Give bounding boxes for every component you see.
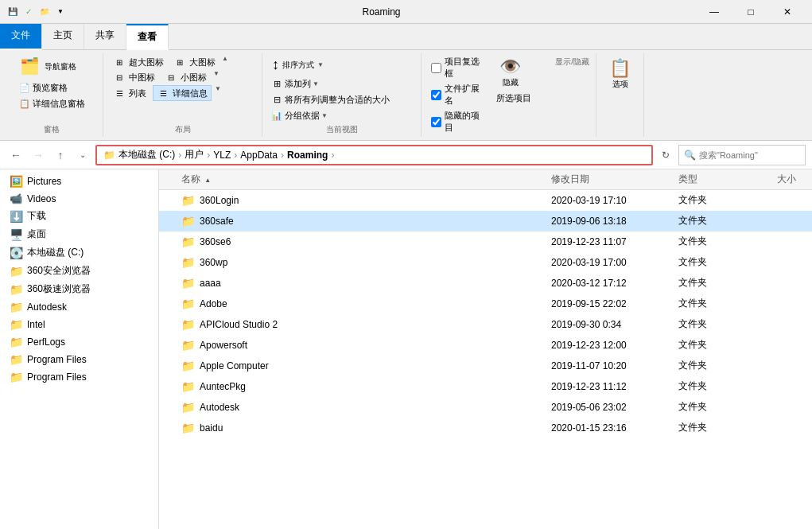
sidebar-item-360browser[interactable]: 📁 360安全浏览器 xyxy=(0,262,158,280)
sidebar-item-intel[interactable]: 📁 Intel xyxy=(0,316,158,333)
folder-icon-6: 📁 xyxy=(10,353,22,366)
folder-icon-360wp: 📁 xyxy=(181,256,195,269)
ribbon-group-layout: ⊞ 超大图标 ⊞ 大图标 ▲ ⊟ 中图标 ⊟ xyxy=(103,53,262,137)
quick-access-folder-icon[interactable]: 📁 xyxy=(38,6,51,18)
file-row-360safe[interactable]: 📁 360safe 2019-09-06 13:18 文件夹 xyxy=(159,211,812,231)
quick-access-dropdown[interactable]: ▼ xyxy=(54,6,67,18)
sep1: › xyxy=(178,150,181,161)
layout-scroll-down[interactable]: ▼ xyxy=(213,70,220,84)
item-checkbox-option: 项目复选框 xyxy=(428,55,488,80)
selected-items-button[interactable]: 所选项目 xyxy=(495,91,533,105)
column-type-header[interactable]: 类型 xyxy=(678,173,742,186)
quick-access-save-icon[interactable]: 💾 xyxy=(6,6,19,18)
title-bar: 💾 ✓ 📁 ▼ Roaming — □ ✕ xyxy=(0,0,812,24)
file-row-360login[interactable]: 📁 360Login 2020-03-19 17:10 文件夹 xyxy=(159,190,812,211)
layout-group-label: 布局 xyxy=(175,124,191,135)
file-row-360se6[interactable]: 📁 360se6 2019-12-23 11:07 文件夹 xyxy=(159,231,812,252)
sort-arrow-name: ▲ xyxy=(204,177,211,184)
sidebar-item-desktop[interactable]: 🖥️ 桌面 xyxy=(0,225,158,243)
add-column-button[interactable]: ⊞ 添加列 ▼ xyxy=(269,76,321,91)
file-date-360login: 2020-03-19 17:10 xyxy=(551,195,678,206)
ribbon-content: 🗂️ 导航窗格 📄 预览窗格 📋 详细信息窗格 窗格 ⊞ xyxy=(0,50,812,140)
file-date-apicloud: 2019-09-30 0:34 xyxy=(551,319,678,330)
fit-columns-button[interactable]: ⊟ 将所有列调整为合适的大小 xyxy=(269,92,391,107)
file-list-header: 名称 ▲ 修改日期 类型 大小 xyxy=(159,169,812,190)
breadcrumb-item-ylz[interactable]: YLZ xyxy=(213,150,231,161)
breadcrumb-item-drive[interactable]: 本地磁盘 (C:) xyxy=(118,148,175,161)
navigation-pane-button[interactable]: 🗂️ 导航窗格 xyxy=(17,55,80,79)
extra-large-icons-btn[interactable]: ⊞ 超大图标 xyxy=(110,55,167,69)
extra-large-icon: ⊞ xyxy=(113,56,126,68)
ribbon-group-options: 📋 选项 xyxy=(596,53,644,137)
navigation-bar: ← → ↑ ⌄ 📁 本地磁盘 (C:) › 用户 › YLZ › AppData… xyxy=(0,141,812,169)
column-date-header[interactable]: 修改日期 xyxy=(551,173,678,186)
maximize-button[interactable]: □ xyxy=(732,0,769,24)
folder-icon-autodesk-files: 📁 xyxy=(181,401,195,414)
folder-icon-adobe: 📁 xyxy=(181,298,195,310)
medium-icons-btn[interactable]: ⊟ 中图标 xyxy=(110,70,158,84)
file-row-baidu[interactable]: 📁 baidu 2020-01-15 23:16 文件夹 xyxy=(159,418,812,438)
sidebar-item-downloads[interactable]: ⬇️ 下载 xyxy=(0,207,158,225)
tab-home[interactable]: 主页 xyxy=(42,24,84,49)
sidebar-item-program-files-1[interactable]: 📁 Program Files xyxy=(0,351,158,368)
sidebar-item-perflogs[interactable]: 📁 PerfLogs xyxy=(0,333,158,351)
details-pane-button[interactable]: 📋 详细信息窗格 xyxy=(17,96,87,111)
hidden-items-input[interactable] xyxy=(431,117,441,127)
file-row-apple-computer[interactable]: 📁 Apple Computer 2019-11-07 10:20 文件夹 xyxy=(159,356,812,376)
pictures-icon: 🖼️ xyxy=(10,175,22,188)
file-row-360wp[interactable]: 📁 360wp 2020-03-19 17:00 文件夹 xyxy=(159,252,812,273)
folder-icon-360se6: 📁 xyxy=(181,235,195,248)
hide-button[interactable]: 👁️ 隐藏 xyxy=(495,55,526,90)
breadcrumb-item-roaming[interactable]: Roaming xyxy=(287,150,328,161)
preview-pane-button[interactable]: 📄 预览窗格 xyxy=(17,80,69,95)
file-row-adobe[interactable]: 📁 Adobe 2019-09-15 22:02 文件夹 xyxy=(159,294,812,314)
back-button[interactable]: ← xyxy=(6,146,25,165)
item-checkbox-input[interactable] xyxy=(431,63,441,73)
sidebar-item-pictures[interactable]: 🖼️ Pictures xyxy=(0,173,158,190)
folder-icon-2: 📁 xyxy=(10,283,22,296)
breadcrumb-item-appdata[interactable]: AppData xyxy=(240,150,278,161)
sidebar-item-program-files-2[interactable]: 📁 Program Files xyxy=(0,368,158,386)
details-view-btn[interactable]: ☰ 详细信息 xyxy=(153,85,212,101)
recent-locations-button[interactable]: ⌄ xyxy=(73,146,92,165)
file-name-360safe: 360safe xyxy=(200,216,234,227)
layout-expand[interactable]: ▼ xyxy=(215,85,221,101)
refresh-button[interactable]: ↻ xyxy=(656,146,675,165)
file-row-apicloud[interactable]: 📁 APICloud Studio 2 2019-09-30 0:34 文件夹 xyxy=(159,314,812,335)
breadcrumb-item-users[interactable]: 用户 xyxy=(185,148,204,161)
sidebar-item-videos[interactable]: 📹 Videos xyxy=(0,190,158,207)
sep3: › xyxy=(234,150,237,161)
breadcrumb-bar[interactable]: 📁 本地磁盘 (C:) › 用户 › YLZ › AppData › Roami… xyxy=(95,145,653,165)
quick-access-check-icon[interactable]: ✓ xyxy=(22,6,35,18)
sidebar-item-local-disk[interactable]: 💽 本地磁盘 (C:) xyxy=(0,243,158,262)
tab-share[interactable]: 共享 xyxy=(84,24,126,49)
file-row-autodesk[interactable]: 📁 Autodesk 2019-05-06 23:02 文件夹 xyxy=(159,397,812,418)
list-view-btn[interactable]: ☰ 列表 xyxy=(110,85,150,101)
file-date-autodesk: 2019-05-06 23:02 xyxy=(551,402,678,413)
tab-file[interactable]: 文件 xyxy=(0,24,42,50)
tab-view[interactable]: 查看 xyxy=(126,24,169,50)
file-row-auntecpkg[interactable]: 📁 AuntecPkg 2019-12-23 11:12 文件夹 xyxy=(159,376,812,397)
group-by-button[interactable]: 📊 分组依据 ▼ xyxy=(269,108,329,123)
search-input[interactable] xyxy=(699,150,809,160)
close-button[interactable]: ✕ xyxy=(769,0,806,24)
column-size-header[interactable]: 大小 xyxy=(742,173,806,186)
sidebar-item-autodesk[interactable]: 📁 Autodesk xyxy=(0,298,158,316)
up-button[interactable]: ↑ xyxy=(51,146,70,165)
file-type-360safe: 文件夹 xyxy=(678,214,742,228)
details-view-icon: ☰ xyxy=(157,87,169,99)
ribbon-group-current-view: ↕️ 排序方式 ▼ ⊞ 添加列 ▼ ⊟ 将所有列调整为合适的大小 xyxy=(262,53,422,137)
options-button[interactable]: 📋 选项 xyxy=(603,55,637,93)
sidebar-item-360fast[interactable]: 📁 360极速浏览器 xyxy=(0,280,158,298)
minimize-button[interactable]: — xyxy=(696,0,732,24)
column-name-header[interactable]: 名称 ▲ xyxy=(165,173,551,186)
sort-by-button[interactable]: ↕️ 排序方式 ▼ xyxy=(269,55,327,75)
forward-button[interactable]: → xyxy=(29,146,48,165)
file-extensions-input[interactable] xyxy=(431,90,441,100)
folder-icon-auntecpkg: 📁 xyxy=(181,380,195,393)
small-icons-btn[interactable]: ⊟ 小图标 xyxy=(161,70,210,84)
large-icons-btn[interactable]: ⊞ 大图标 xyxy=(170,55,219,69)
layout-scroll-up[interactable]: ▲ xyxy=(222,55,228,69)
file-row-apowersoft[interactable]: 📁 Apowersoft 2019-12-23 12:00 文件夹 xyxy=(159,335,812,356)
file-row-aaaa[interactable]: 📁 aaaa 2020-03-12 17:12 文件夹 xyxy=(159,273,812,294)
